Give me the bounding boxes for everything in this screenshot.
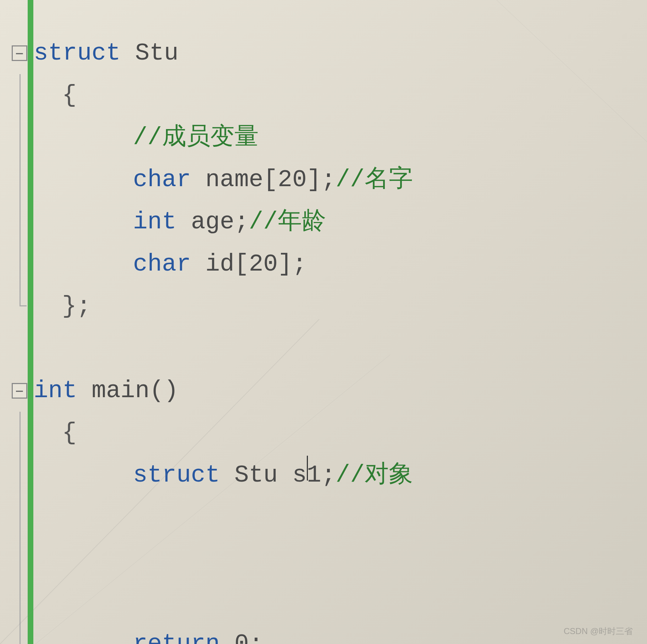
code-line[interactable]: { [34, 412, 647, 454]
comment: //名字 [336, 159, 413, 201]
keyword-struct: struct [133, 454, 220, 496]
fold-minus-icon[interactable]: − [12, 383, 27, 399]
fold-guide [20, 74, 21, 116]
identifier: Stu [220, 454, 278, 496]
fold-guide [20, 496, 21, 623]
identifier: Stu [121, 32, 178, 74]
literal: 0; [220, 623, 263, 644]
change-margin [28, 0, 33, 644]
fold-guide [20, 412, 21, 454]
comment: //成员变量 [133, 116, 259, 159]
text-cursor [307, 456, 308, 481]
fold-guide [20, 116, 21, 159]
keyword-return: return [133, 623, 220, 644]
code-line[interactable] [34, 327, 647, 370]
keyword-char: char [133, 159, 191, 201]
keyword-int: int [34, 370, 77, 412]
comment: //年龄 [249, 201, 326, 243]
keyword-char: char [133, 243, 191, 285]
code-line[interactable]: − int main() [34, 370, 647, 412]
code-line[interactable]: }; [34, 285, 647, 327]
code-editor[interactable]: − struct Stu { //成员变量 char name[20];//名字… [0, 0, 647, 644]
fold-guide [20, 201, 21, 243]
brace: { [62, 74, 77, 116]
code-line[interactable]: { [34, 74, 647, 116]
code-line[interactable]: − struct Stu [34, 32, 647, 74]
code-line[interactable] [34, 496, 647, 623]
code-line[interactable]: char id[20]; [34, 243, 647, 285]
code-line[interactable]: return 0; [34, 623, 647, 644]
fold-guide [20, 623, 21, 644]
code-content[interactable]: − struct Stu { //成员变量 char name[20];//名字… [0, 32, 647, 644]
code-line[interactable]: int age;//年龄 [34, 201, 647, 243]
fold-guide [20, 159, 21, 201]
fold-end-icon [20, 305, 27, 306]
identifier: s1; [278, 454, 336, 496]
comment: //对象 [336, 454, 413, 496]
fold-minus-icon[interactable]: − [12, 45, 27, 61]
keyword-int: int [133, 201, 176, 243]
code-line[interactable]: struct Stu s1;//对象 [34, 454, 647, 496]
brace: { [62, 412, 77, 454]
fold-guide [20, 243, 21, 285]
identifier: name[20]; [191, 159, 336, 201]
fold-guide [20, 285, 21, 306]
identifier: age; [176, 201, 249, 243]
fold-guide [20, 454, 21, 496]
code-line[interactable]: //成员变量 [34, 116, 647, 159]
function-name: main() [77, 370, 178, 412]
brace: }; [62, 285, 91, 327]
keyword-struct: struct [34, 32, 121, 74]
code-line[interactable]: char name[20];//名字 [34, 159, 647, 201]
identifier: id[20]; [191, 243, 306, 285]
watermark: CSDN @时时三省 [564, 626, 633, 637]
